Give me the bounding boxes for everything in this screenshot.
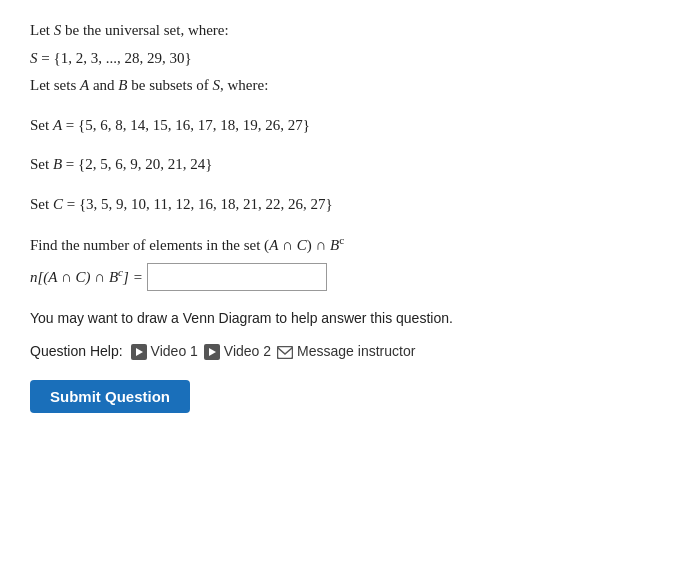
video1-link[interactable]: Video 1 <box>131 340 198 364</box>
message-instructor-link[interactable]: Message instructor <box>277 340 415 364</box>
answer-input[interactable] <box>147 263 327 291</box>
email-icon <box>277 346 293 359</box>
main-container: Let S be the universal set, where: S = {… <box>0 0 693 437</box>
find-question-line: Find the number of elements in the set (… <box>30 231 663 259</box>
video1-label: Video 1 <box>151 340 198 364</box>
video2-link[interactable]: Video 2 <box>204 340 271 364</box>
set-b-line: Set B = {2, 5, 6, 9, 20, 21, 24} <box>30 152 663 178</box>
answer-row: n[(A ∩ C) ∩ Bc] = <box>30 263 663 291</box>
universal-line2: S = {1, 2, 3, ..., 28, 29, 30} <box>30 46 663 72</box>
message-instructor-label: Message instructor <box>297 340 415 364</box>
help-label: Question Help: <box>30 340 123 364</box>
input-label: n[(A ∩ C) ∩ Bc] = <box>30 263 143 291</box>
svg-rect-0 <box>278 346 293 358</box>
video2-label: Video 2 <box>224 340 271 364</box>
video2-icon <box>204 344 220 360</box>
set-c-line: Set C = {3, 5, 9, 10, 11, 12, 16, 18, 21… <box>30 192 663 218</box>
help-line: Question Help: Video 1 Video 2 Message i… <box>30 340 663 364</box>
universal-line1: Let S be the universal set, where: <box>30 18 663 44</box>
video1-icon <box>131 344 147 360</box>
set-a-line: Set A = {5, 6, 8, 14, 15, 16, 17, 18, 19… <box>30 113 663 139</box>
submit-button[interactable]: Submit Question <box>30 380 190 413</box>
hint-text: You may want to draw a Venn Diagram to h… <box>30 307 663 331</box>
universal-line3: Let sets A and B be subsets of S, where: <box>30 73 663 99</box>
universal-set-block: Let S be the universal set, where: S = {… <box>30 18 663 99</box>
